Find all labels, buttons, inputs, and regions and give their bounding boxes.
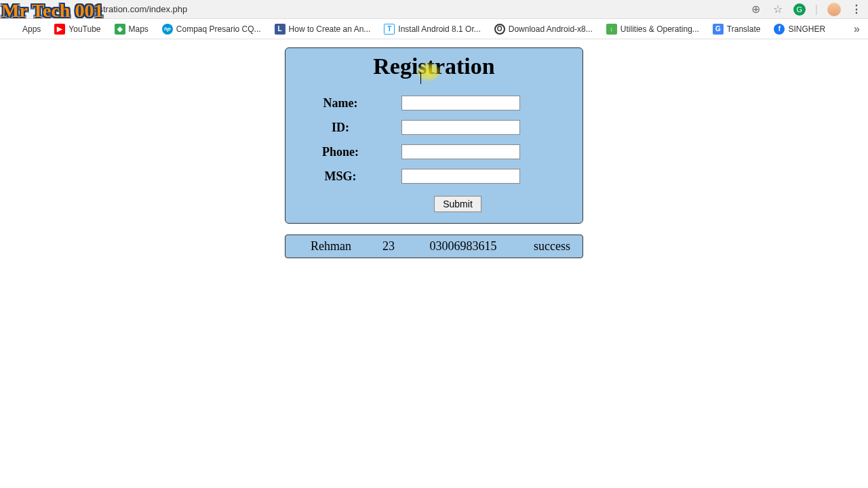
- bookmark-star-icon[interactable]: [772, 3, 784, 16]
- phone-label: Phone:: [296, 145, 401, 159]
- submit-row: Submit: [296, 196, 572, 212]
- bookmark-label: Apps: [22, 24, 41, 34]
- id-label: ID:: [296, 121, 401, 135]
- howto-icon: L: [275, 24, 285, 35]
- bookmark-label: Install Android 8.1 Or...: [398, 24, 480, 34]
- submit-button[interactable]: Submit: [434, 196, 481, 212]
- phone-input[interactable]: [401, 144, 520, 159]
- watermark-text: Mr Tech 001: [1, 0, 103, 22]
- result-name: Rehman: [294, 239, 368, 253]
- bookmark-youtube[interactable]: ▶ YouTube: [54, 24, 100, 35]
- bookmark-maps[interactable]: ◆ Maps: [115, 24, 149, 35]
- utilities-icon: ↓: [606, 24, 617, 35]
- bookmark-label: Maps: [129, 24, 149, 34]
- translate-icon: G: [713, 24, 724, 35]
- bookmark-compaq[interactable]: hp Compaq Presario CQ...: [162, 24, 261, 35]
- form-row-msg: MSG:: [296, 169, 572, 184]
- bookmark-singher[interactable]: f SINGHER: [774, 24, 825, 35]
- menu-dots-icon[interactable]: [850, 3, 863, 16]
- bookmark-label: SINGHER: [788, 24, 825, 34]
- bookmark-howto[interactable]: L How to Create an An...: [275, 24, 371, 35]
- form-title-text: Registration: [373, 54, 494, 79]
- bookmark-label: Utilities & Operating...: [620, 24, 699, 34]
- android-dl-icon: O: [494, 24, 505, 35]
- facebook-icon: f: [774, 24, 785, 35]
- msg-label: MSG:: [296, 169, 401, 184]
- bookmark-apps[interactable]: Apps: [8, 24, 41, 35]
- form-title: Registration: [296, 54, 572, 79]
- browser-address-bar: loegistration.com/index.php G |: [0, 0, 868, 19]
- result-id: 23: [368, 239, 409, 253]
- bookmarks-bar: Apps ▶ YouTube ◆ Maps hp Compaq Presario…: [0, 19, 868, 39]
- page-content: Registration Name: ID: Phone: MSG: Submi…: [0, 39, 868, 258]
- text-cursor: [420, 72, 421, 84]
- name-label: Name:: [296, 96, 401, 110]
- msg-input[interactable]: [401, 169, 520, 184]
- browser-right-icons: G |: [750, 3, 863, 16]
- youtube-icon: ▶: [54, 24, 65, 35]
- url-display[interactable]: loegistration.com/index.php: [12, 4, 743, 14]
- form-row-phone: Phone:: [296, 144, 572, 159]
- bookmark-label: Translate: [727, 24, 761, 34]
- name-input[interactable]: [401, 96, 520, 110]
- separator: |: [815, 3, 818, 16]
- bookmark-translate[interactable]: G Translate: [713, 24, 761, 35]
- bookmark-label: Compaq Presario CQ...: [176, 24, 261, 34]
- android-install-icon: T: [384, 24, 395, 35]
- maps-icon: ◆: [115, 24, 125, 35]
- bookmark-install-android[interactable]: T Install Android 8.1 Or...: [384, 24, 480, 35]
- result-status: success: [517, 239, 574, 253]
- zoom-icon[interactable]: [750, 3, 762, 16]
- bookmark-utilities[interactable]: ↓ Utilities & Operating...: [606, 24, 699, 35]
- registration-form: Registration Name: ID: Phone: MSG: Submi…: [285, 47, 583, 224]
- extension-icon[interactable]: G: [793, 3, 806, 16]
- bookmarks-overflow-icon[interactable]: [854, 23, 860, 35]
- bookmark-download-android[interactable]: O Download Android-x8...: [494, 24, 593, 35]
- hp-icon: hp: [162, 24, 173, 35]
- form-row-id: ID:: [296, 120, 572, 135]
- id-input[interactable]: [401, 120, 520, 135]
- result-phone: 03006983615: [409, 239, 517, 253]
- profile-avatar-icon[interactable]: [827, 3, 841, 16]
- bookmark-label: How to Create an An...: [289, 24, 371, 34]
- apps-grid-icon: [8, 24, 19, 35]
- form-row-name: Name:: [296, 96, 572, 110]
- bookmark-label: Download Android-x8...: [509, 24, 593, 34]
- bookmark-label: YouTube: [68, 24, 100, 34]
- result-row: Rehman 23 03006983615 success: [285, 235, 583, 258]
